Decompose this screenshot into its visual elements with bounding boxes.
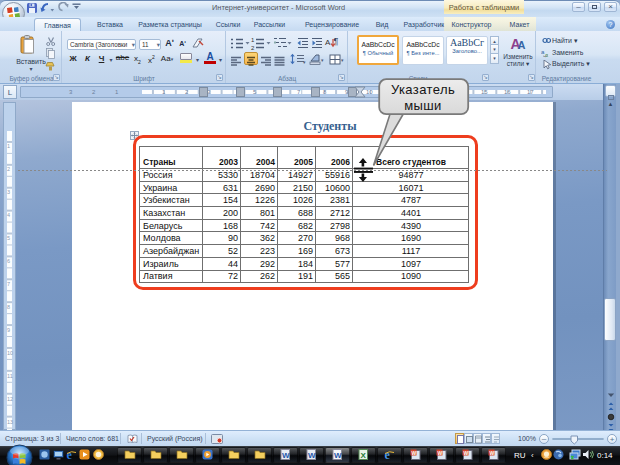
- svg-text:W: W: [412, 450, 417, 456]
- svg-text:X: X: [361, 451, 367, 460]
- svg-text:e: e: [67, 449, 73, 460]
- svg-text:e: e: [385, 449, 391, 460]
- svg-text:W: W: [308, 451, 316, 460]
- svg-text:W: W: [438, 450, 443, 456]
- svg-text:1: 1: [251, 37, 255, 43]
- svg-text:Указатель: Указатель: [391, 82, 455, 97]
- svg-text:▾: ▾: [303, 59, 306, 65]
- svg-text:W: W: [464, 450, 469, 456]
- svg-text:W: W: [282, 451, 290, 460]
- svg-text:W: W: [490, 450, 495, 456]
- svg-text:2: 2: [251, 45, 255, 51]
- svg-text:▾: ▾: [341, 57, 344, 63]
- svg-text:▾: ▾: [321, 57, 324, 63]
- svg-text:мыши: мыши: [404, 98, 442, 113]
- svg-text:W: W: [334, 451, 342, 460]
